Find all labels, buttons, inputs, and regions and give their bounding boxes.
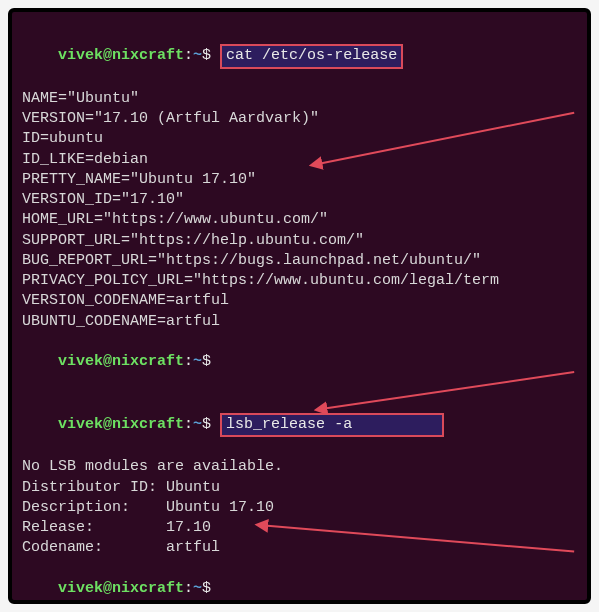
output-line: VERSION_CODENAME=artful — [22, 291, 577, 311]
output-line: VERSION_ID="17.10" — [22, 190, 577, 210]
prompt-line-empty[interactable]: vivek@nixcraft:~$ — [22, 332, 577, 393]
prompt-path: ~ — [193, 353, 202, 370]
output-line: SUPPORT_URL="https://help.ubuntu.com/" — [22, 231, 577, 251]
prompt-line-cmd2: vivek@nixcraft:~$ lsb_release -a — [22, 393, 577, 458]
prompt-dollar: $ — [202, 416, 211, 433]
command-cat-os-release: cat /etc/os-release — [220, 44, 403, 68]
prompt-dollar: $ — [202, 353, 211, 370]
prompt-sep: : — [184, 580, 193, 597]
output-line: HOME_URL="https://www.ubuntu.com/" — [22, 210, 577, 230]
output-line: UBUNTU_CODENAME=artful — [22, 312, 577, 332]
output-line: PRETTY_NAME="Ubuntu 17.10" — [22, 170, 577, 190]
prompt-user: vivek@nixcraft — [58, 47, 184, 64]
output-line: ID_LIKE=debian — [22, 150, 577, 170]
prompt-dollar: $ — [202, 580, 211, 597]
output-line: PRIVACY_POLICY_URL="https://www.ubuntu.c… — [22, 271, 577, 291]
output-line: Description: Ubuntu 17.10 — [22, 498, 577, 518]
output-line: NAME="Ubuntu" — [22, 89, 577, 109]
output-line: Codename: artful — [22, 538, 577, 558]
output-line: BUG_REPORT_URL="https://bugs.launchpad.n… — [22, 251, 577, 271]
prompt-user: vivek@nixcraft — [58, 416, 184, 433]
prompt-sep: : — [184, 47, 193, 64]
prompt-path: ~ — [193, 416, 202, 433]
prompt-line-empty[interactable]: vivek@nixcraft:~$ — [22, 559, 577, 605]
prompt-line-cmd1: vivek@nixcraft:~$ cat /etc/os-release — [22, 24, 577, 89]
output-line: Release: 17.10 — [22, 518, 577, 538]
output-line: VERSION="17.10 (Artful Aardvark)" — [22, 109, 577, 129]
prompt-path: ~ — [193, 47, 202, 64]
output-line: Distributor ID: Ubuntu — [22, 478, 577, 498]
prompt-path: ~ — [193, 580, 202, 597]
prompt-user: vivek@nixcraft — [58, 580, 184, 597]
output-line: ID=ubuntu — [22, 129, 577, 149]
prompt-sep: : — [184, 353, 193, 370]
output-line: No LSB modules are available. — [22, 457, 577, 477]
prompt-sep: : — [184, 416, 193, 433]
command-lsb-release: lsb_release -a — [220, 413, 444, 437]
terminal-window: vivek@nixcraft:~$ cat /etc/os-release NA… — [8, 8, 591, 604]
prompt-dollar: $ — [202, 47, 211, 64]
prompt-user: vivek@nixcraft — [58, 353, 184, 370]
